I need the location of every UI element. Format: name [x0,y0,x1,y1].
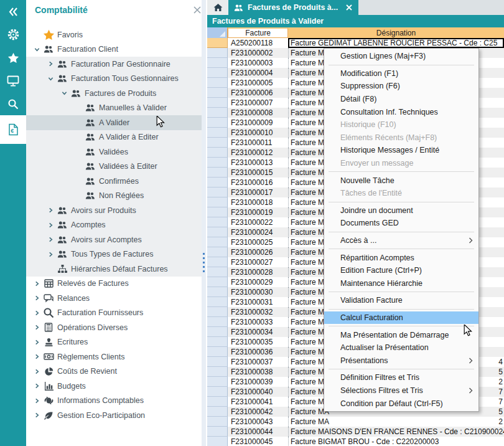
facture-cell[interactable]: F231000017 [228,187,288,197]
sidebar-item-facturation-par-gestionnaire[interactable]: Facturation Par Gestionnaire [26,57,203,72]
row-selector-cell[interactable] [207,377,228,387]
sidebar-item-releves-de-factures[interactable]: Relevés de Factures [26,277,203,292]
facture-cell[interactable]: F231000036 [228,347,288,357]
row-selector-cell[interactable] [207,38,228,48]
row-selector-cell[interactable] [207,237,228,247]
row-selector-cell[interactable] [207,68,228,78]
row-selector-cell[interactable] [207,307,228,317]
row-selector-cell[interactable] [207,427,228,437]
facture-cell[interactable]: F231000031 [228,297,288,307]
row-selector-cell[interactable] [207,178,228,187]
sidebar-item-gestion-eco-participation[interactable]: Gestion Eco-Participation [26,408,203,423]
sidebar-item-ecritures[interactable]: Ecritures [26,335,203,350]
facture-cell[interactable]: F231000018 [228,197,288,207]
facture-cell[interactable]: F231000003 [228,58,288,68]
sidebar-item-facturation-fournisseurs[interactable]: Facturation Fournisseurs [26,306,203,321]
facture-cell[interactable]: F231000041 [228,397,288,407]
facture-cell[interactable]: F231000032 [228,307,288,317]
row-selector-cell[interactable] [207,327,228,337]
sidebar-item-favoris[interactable]: Favoris [26,27,203,42]
row-selector-cell[interactable] [207,267,228,277]
facture-cell[interactable]: F231000040 [228,387,288,397]
facture-cell[interactable]: F231000028 [228,267,288,277]
sidebar-item-couts-de-revient[interactable]: Coûts de Revient [26,364,203,379]
sidebar-item-non-reglees[interactable]: Non Réglées [26,189,203,204]
menu-item-documents-ged[interactable]: Documents GED [324,217,478,230]
sidebar-item-manuelles-a-valider[interactable]: Manuelles à Valider [26,101,203,116]
row-selector-cell[interactable] [207,197,228,207]
table-row[interactable]: A250200118Facture GEDIMAT LABENNE ROUCIE… [207,38,504,48]
menu-item-calcul-facturation[interactable]: Calcul Facturation [324,311,478,325]
sidebar-item-validees[interactable]: Validées [26,145,203,159]
facture-cell[interactable]: F231000010 [228,128,288,138]
designation-cell[interactable]: Facture GEDIMAT LABENNE ROUCIER PESSAC -… [288,38,504,48]
facture-cell[interactable]: F231000002 [228,48,288,58]
rail-search-button[interactable] [0,92,26,115]
facture-cell[interactable]: F231000044 [228,427,288,437]
column-header-designation[interactable]: Désignation [288,27,504,38]
facture-cell[interactable]: F231000022 [228,217,288,227]
sidebar-item-tous-types-de-factures[interactable]: Tous Types de Factures [26,247,203,262]
column-header-facture[interactable]: Facture [228,27,288,38]
row-selector-cell[interactable] [207,158,228,168]
menu-item-acces-a[interactable]: Accès à ... [324,234,478,247]
menu-item-gestion-lignes-maj-f3[interactable]: Gestion Lignes (Maj+F3) [324,50,478,63]
row-selector-cell[interactable] [207,437,228,446]
facture-cell[interactable]: F231000043 [228,417,288,427]
rail-accounting-button[interactable]: € [0,115,26,144]
row-selector-cell[interactable] [207,317,228,327]
sidebar-splitter[interactable] [202,0,206,446]
sidebar-item-confirmees[interactable]: Confirmées [26,174,203,189]
row-selector-cell[interactable] [207,407,228,417]
sidebar-item-relances[interactable]: Relances [26,291,203,306]
facture-cell[interactable]: F231000029 [228,277,288,287]
row-selector-cell[interactable] [207,207,228,217]
facture-cell[interactable]: A250200118 [228,38,288,48]
menu-item-historique-messages-entite[interactable]: Historique Messages / Entité [324,144,478,157]
menu-item-actualiser-la-presentation[interactable]: Actualiser la Présentation [324,341,478,354]
row-selector-cell[interactable] [207,217,228,227]
table-row[interactable]: F231000043Facture MA2 [207,417,504,427]
row-selector-cell[interactable] [207,357,228,367]
row-selector-cell[interactable] [207,417,228,427]
tab-close-icon[interactable] [346,4,352,11]
sidebar-item-avoirs-sur-acomptes[interactable]: Avoirs sur Acomptes [26,232,203,247]
sidebar-item-acomptes[interactable]: Acomptes [26,218,203,233]
row-selector-cell[interactable] [207,387,228,397]
facture-cell[interactable]: F231000012 [228,148,288,158]
rail-favorites-button[interactable] [0,46,26,69]
menu-item-consultation-inf-techniques[interactable]: Consultation Inf. Techniques [324,105,478,118]
table-row[interactable]: F231000045Facture BIGMAT BROU - Cde : C2… [207,437,504,446]
facture-cell[interactable]: F231000006 [228,88,288,98]
row-selector-cell[interactable] [207,297,228,307]
row-selector-cell[interactable] [207,277,228,287]
menu-item-validation-facture[interactable]: Validation Facture [324,294,478,307]
facture-cell[interactable]: F231000035 [228,337,288,347]
facture-cell[interactable]: F231000027 [228,257,288,267]
facture-cell[interactable]: F231000011 [228,138,288,148]
row-selector-cell[interactable] [207,227,228,237]
menu-item-modification-f1[interactable]: Modification (F1) [324,67,478,80]
tab-factures-de-produits[interactable]: Factures de Produits à... [228,0,358,15]
facture-cell[interactable]: F231000005 [228,78,288,88]
row-selector-cell[interactable] [207,48,228,58]
facture-cell[interactable]: F231000019 [228,207,288,217]
menu-item-condition-par-defaut-ctrl-f5[interactable]: Condition par Défaut (Ctrl-F5) [324,397,478,410]
facture-cell[interactable]: F231000015 [228,168,288,178]
sidebar-item-a-valider-a-editer[interactable]: A Valider à Editer [26,130,203,145]
facture-cell[interactable]: F231000034 [228,327,288,337]
row-selector-cell[interactable] [207,98,228,108]
row-selector-cell[interactable] [207,88,228,98]
sidebar-item-budgets[interactable]: Budgets [26,379,203,394]
row-selector-cell[interactable] [207,148,228,158]
menu-item-ma-presentation-de-demarrage[interactable]: Ma Présentation de Démarrage [324,328,478,341]
menu-item-definition-filtres-et-tris[interactable]: Définition Filtres et Tris [324,371,478,384]
facture-cell[interactable]: F231000016 [228,178,288,187]
sidebar-item-informations-comptables[interactable]: Informations Comptables [26,394,203,409]
designation-cell[interactable]: Facture BIGMAT BROU - Cde : C220200003 [288,437,504,446]
facture-cell[interactable]: F231000013 [228,158,288,168]
row-selector-cell[interactable] [207,247,228,257]
sidebar-item-facturation-tous-gestionnaires[interactable]: Facturation Tous Gestionnaires [26,72,203,87]
menu-item-joindre-un-document[interactable]: Joindre un document [324,204,478,217]
row-selector-cell[interactable] [207,187,228,197]
